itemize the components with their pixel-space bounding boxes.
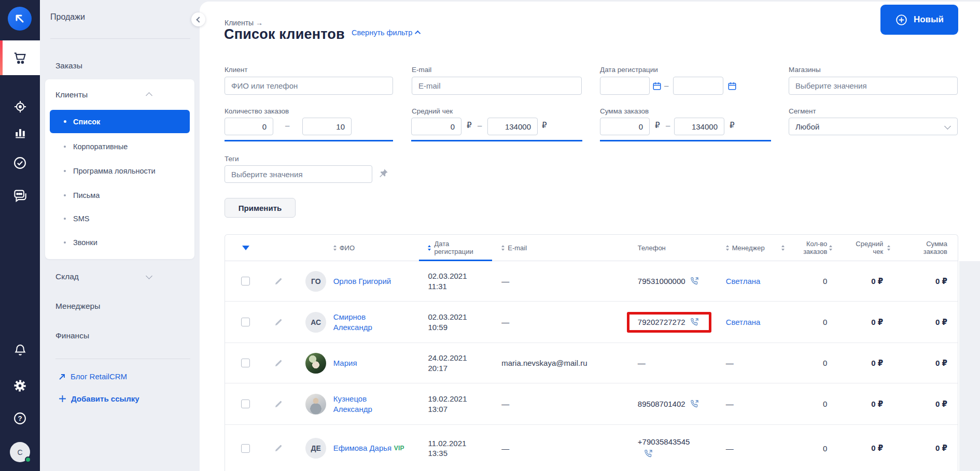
sidebar-item-calls[interactable]: Звонки (55, 238, 185, 247)
collapse-sidebar-button[interactable] (191, 12, 205, 26)
reg-date-to-input[interactable] (673, 77, 723, 95)
filter-label-orders-sum: Сумма заказов (600, 107, 649, 115)
collapse-filter-link[interactable]: Свернуть фильтр (352, 28, 421, 37)
edit-pencil-icon[interactable] (274, 277, 283, 286)
new-client-button[interactable]: Новый (880, 5, 958, 35)
avatar[interactable]: АС (305, 312, 326, 333)
help-icon[interactable]: ? (0, 411, 40, 426)
sidebar-item-loyalty[interactable]: Программа лояльности (55, 167, 185, 175)
reg-date-cell: 19.02.202113:07 (423, 394, 496, 414)
sidebar-item-sms[interactable]: SMS (55, 215, 185, 223)
blog-link[interactable]: Блог RetailCRM (59, 372, 127, 381)
phone-call-icon[interactable] (689, 398, 700, 409)
column-header-manager[interactable]: Менеджер (718, 244, 782, 252)
edit-pencil-icon[interactable] (274, 444, 283, 453)
column-header-fio[interactable]: ФИО (333, 244, 423, 252)
sort-icon[interactable] (887, 245, 890, 251)
divider (50, 38, 190, 39)
orders-count-from-input[interactable]: 0 (225, 118, 273, 135)
pin-icon[interactable] (377, 168, 389, 179)
sidebar-item-orders[interactable]: Заказы (55, 61, 82, 70)
chevron-up-icon[interactable] (146, 92, 152, 99)
manager-link[interactable]: Светлана (726, 318, 761, 326)
table-row[interactable]: АС Смирнов Александр 02.03.202110:59 — 7… (225, 302, 958, 343)
tags-filter-input[interactable]: Выберите значения (225, 165, 372, 183)
sort-icon[interactable] (428, 245, 431, 251)
client-name-link[interactable]: Орлов Григорий (333, 276, 391, 286)
calendar-icon[interactable] (652, 81, 662, 91)
sidebar-item-finance[interactable]: Финансы (55, 331, 89, 340)
reg-date-cell: 02.03.202111:31 (423, 271, 496, 291)
orders-cart-icon[interactable] (0, 40, 40, 75)
row-checkbox[interactable] (241, 277, 250, 286)
manager-link[interactable]: Светлана (726, 277, 761, 286)
sidebar-item-managers[interactable]: Менеджеры (55, 302, 100, 311)
sidebar-item-warehouse[interactable]: Склад (55, 272, 79, 281)
avg-check-from-input[interactable]: 0 (411, 118, 461, 135)
client-name-link[interactable]: Смирнов Александр (333, 312, 402, 332)
avatar[interactable]: ДЕ (305, 438, 326, 459)
table-row[interactable]: Мария 24.02.202120:17 maria.nevskaya@mai… (225, 343, 958, 383)
check-circle-icon[interactable] (0, 155, 40, 170)
client-filter-input[interactable]: ФИО или телефон (225, 77, 393, 95)
table-row[interactable]: ДЕ Ефимова Дарья VIP 11.02.202113:35 — +… (225, 425, 958, 471)
phone-call-icon[interactable] (689, 276, 700, 287)
reg-date-from-input[interactable] (600, 77, 650, 95)
chevron-down-icon[interactable] (146, 273, 152, 279)
sort-icon[interactable] (333, 245, 337, 251)
orders-sum-to-input[interactable]: 134000 (674, 118, 724, 135)
select-all-dropdown-icon[interactable] (242, 246, 249, 250)
email-filter-input[interactable]: E-mail (412, 77, 582, 95)
sort-icon[interactable] (829, 245, 832, 251)
row-checkbox[interactable] (241, 359, 250, 367)
page-gutter (959, 261, 980, 471)
client-name-link[interactable]: Мария (333, 358, 357, 368)
avg-check-to-input[interactable]: 134000 (487, 118, 538, 135)
avg-check-cell: 0 ₽ (829, 359, 887, 368)
column-header-orders-count[interactable]: Кол-возаказов (781, 240, 829, 255)
column-header-avg-check[interactable]: Среднийчек (829, 240, 887, 255)
avg-check-cell: 0 ₽ (829, 444, 887, 453)
edit-pencil-icon[interactable] (274, 359, 283, 368)
chat-icon[interactable] (0, 188, 40, 203)
sidebar-item-clients-list[interactable]: Список (50, 110, 190, 133)
shops-filter-input[interactable]: Выберите значения (789, 77, 958, 95)
apply-filter-button[interactable]: Применить (225, 198, 296, 218)
phone-call-icon[interactable] (643, 448, 654, 459)
row-checkbox[interactable] (241, 318, 250, 326)
breadcrumb[interactable]: Клиенты → (225, 19, 263, 27)
segment-select[interactable]: Любой (789, 118, 958, 135)
sort-icon[interactable] (726, 245, 729, 251)
column-header-email[interactable]: E-mail (496, 244, 633, 252)
target-icon[interactable] (0, 99, 40, 114)
sort-icon[interactable] (501, 245, 505, 251)
client-name-link[interactable]: Кузнецов Александр (333, 394, 402, 413)
edit-pencil-icon[interactable] (274, 399, 283, 409)
add-link-button[interactable]: Добавить ссылку (59, 394, 139, 403)
bullet-icon (64, 194, 66, 196)
avatar-photo[interactable] (305, 353, 326, 374)
orders-sum-cell: 0 ₽ (887, 444, 958, 453)
client-name-link[interactable]: Ефимова Дарья (333, 443, 391, 453)
gear-icon[interactable] (0, 378, 40, 393)
bar-chart-icon[interactable] (0, 125, 40, 139)
orders-sum-from-input[interactable]: 0 (600, 118, 650, 135)
avatar[interactable]: ГО (305, 271, 326, 292)
calendar-icon[interactable] (727, 81, 737, 91)
user-avatar[interactable]: C (10, 442, 30, 462)
avatar-photo[interactable] (305, 394, 326, 415)
sort-icon[interactable] (781, 245, 785, 251)
edit-pencil-icon[interactable] (274, 318, 283, 327)
retailcrm-logo[interactable] (8, 7, 32, 31)
row-checkbox[interactable] (241, 444, 250, 453)
row-checkbox[interactable] (241, 399, 250, 408)
column-header-orders-sum[interactable]: Суммазаказов (887, 240, 958, 255)
column-header-reg-date[interactable]: Датарегистрации (423, 240, 496, 255)
sidebar-item-clients[interactable]: Клиенты (55, 90, 88, 99)
sidebar-item-corporate[interactable]: Корпоративные (55, 142, 185, 151)
table-row[interactable]: ГО Орлов Григорий 02.03.202111:31 — 7953… (225, 261, 958, 302)
sidebar-item-letters[interactable]: Письма (55, 191, 185, 199)
orders-count-to-input[interactable]: 10 (302, 118, 352, 135)
bell-icon[interactable] (0, 343, 40, 358)
table-row[interactable]: Кузнецов Александр 19.02.202113:07 — 895… (225, 383, 958, 425)
